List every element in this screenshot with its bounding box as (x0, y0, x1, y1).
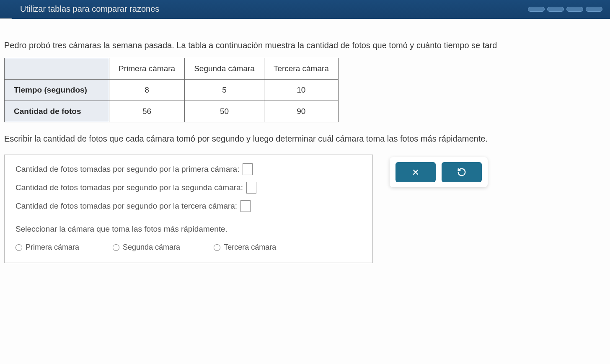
table-row: Cantidad de fotos 56 50 90 (5, 101, 339, 122)
question-intro: Pedro probó tres cámaras la semana pasad… (4, 41, 606, 50)
table-cell: 8 (109, 80, 185, 101)
answer-line-1: Cantidad de fotos tomadas por segundo po… (16, 163, 362, 175)
lesson-title: Utilizar tablas para comparar razones (20, 4, 159, 14)
clear-button[interactable] (395, 162, 436, 182)
table-cell: 90 (264, 101, 338, 122)
answer-label-2: Cantidad de fotos tomadas por segundo po… (16, 183, 243, 192)
action-panel (390, 157, 488, 187)
radio-option-1[interactable]: Primera cámara (16, 243, 79, 252)
answer-label-3: Cantidad de fotos tomadas por segundo po… (16, 201, 237, 211)
data-table: Primera cámara Segunda cámara Tercera cá… (4, 58, 339, 122)
radio-label-3: Tercera cámara (224, 243, 276, 252)
select-prompt: Seleccionar la cámara que toma las fotos… (16, 225, 362, 234)
table-cell: 56 (109, 101, 185, 122)
radio-group: Primera cámara Segunda cámara Tercera cá… (16, 243, 362, 252)
row-header: Tiempo (segundos) (5, 80, 109, 101)
progress-pill (586, 7, 602, 12)
answer-line-2: Cantidad de fotos tomadas por segundo po… (16, 182, 362, 194)
radio-label-2: Segunda cámara (123, 243, 180, 252)
col-header: Primera cámara (109, 58, 185, 80)
radio-option-3[interactable]: Tercera cámara (214, 243, 276, 252)
radio-label-1: Primera cámara (26, 243, 79, 252)
answer-line-3: Cantidad de fotos tomadas por segundo po… (16, 200, 362, 212)
table-cell: 5 (185, 80, 264, 101)
reset-button[interactable] (442, 162, 482, 182)
radio-input-1[interactable] (16, 244, 22, 251)
instruction-text: Escribir la cantidad de fotos que cada c… (4, 134, 606, 144)
table-corner (5, 58, 109, 80)
progress-indicator (528, 7, 602, 12)
answer-label-1: Cantidad de fotos tomadas por segundo po… (16, 165, 239, 174)
progress-pill (566, 7, 583, 12)
table-cell: 10 (264, 80, 338, 101)
undo-icon (457, 168, 466, 177)
col-header: Tercera cámara (264, 58, 338, 80)
answer-panel: Cantidad de fotos tomadas por segundo po… (4, 155, 373, 263)
row-header: Cantidad de fotos (5, 101, 109, 122)
close-icon (411, 168, 420, 176)
lesson-header: Utilizar tablas para comparar razones (0, 0, 610, 19)
table-row: Tiempo (segundos) 8 5 10 (5, 80, 339, 101)
answer-input-3[interactable] (240, 200, 251, 212)
radio-option-2[interactable]: Segunda cámara (113, 243, 180, 252)
progress-pill (528, 7, 545, 12)
answer-input-2[interactable] (246, 182, 256, 194)
radio-input-2[interactable] (113, 244, 119, 251)
question-content: Pedro probó tres cámaras la semana pasad… (0, 19, 610, 364)
table-cell: 50 (185, 101, 264, 122)
answer-input-1[interactable] (243, 163, 253, 175)
progress-pill (547, 7, 564, 12)
col-header: Segunda cámara (185, 58, 264, 80)
radio-input-3[interactable] (214, 244, 220, 251)
